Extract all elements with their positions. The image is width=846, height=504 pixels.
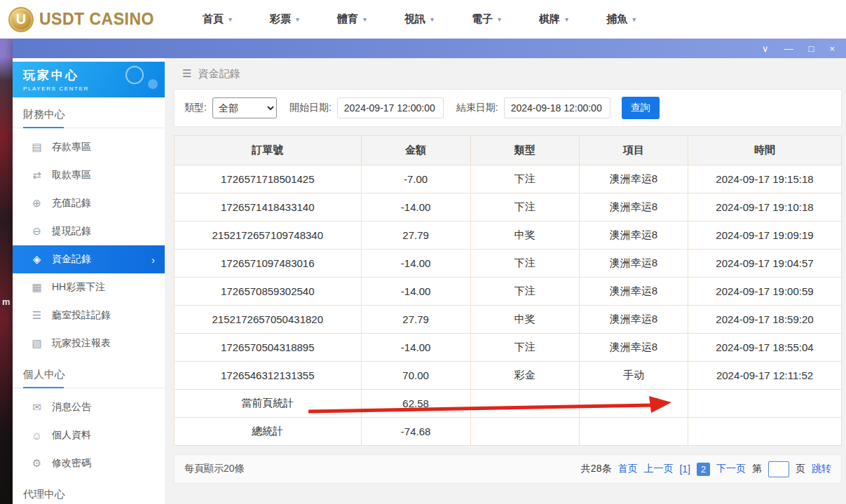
column-header-order: 訂單號: [175, 136, 362, 165]
chevron-down-icon: ▾: [228, 15, 232, 23]
cell-time: 2024-09-17 18:59:20: [688, 306, 842, 334]
sidebar-item-label: 資金記錄: [52, 253, 91, 266]
cell-project: 澳洲幸运8: [579, 334, 688, 362]
sidebar-item-lottery-bet[interactable]: ▦ HH彩票下注: [13, 273, 165, 301]
window-close-icon[interactable]: ×: [829, 44, 835, 53]
background-photo-letter: m: [2, 297, 11, 307]
sidebar-item-change-password[interactable]: ⚙ 修改密碼: [13, 449, 165, 477]
window-collapse-icon[interactable]: ∨: [762, 44, 769, 53]
cell-amount: -14.00: [361, 193, 470, 222]
search-button[interactable]: 查詢: [622, 97, 660, 119]
end-date-input[interactable]: [504, 97, 610, 118]
table-row: 1726570859302540 -14.00 下注 澳洲幸运8 2024-09…: [175, 278, 842, 306]
chevron-down-icon: ▾: [498, 15, 501, 23]
cell-amount: -7.00: [361, 165, 470, 193]
cell-order-no: 1726570504318895: [175, 334, 362, 362]
jump-page-input[interactable]: [768, 461, 789, 477]
hall-bet-record-icon: ☰: [31, 309, 43, 322]
logo-coin-icon: U: [8, 7, 34, 32]
cell-type: 下注: [470, 193, 579, 222]
sidebar: 玩家中心 PLAYERS CENTER 財務中心 ▤ 存款專區 ⇄ 取款專區 ⊕…: [13, 58, 165, 504]
sidebar-item-label: 取款專區: [52, 169, 91, 182]
column-header-time: 時間: [688, 136, 842, 165]
table-row: 1726571097483016 -14.00 下注 澳洲幸运8 2024-09…: [175, 250, 842, 278]
prev-page-link[interactable]: 上一页: [643, 463, 673, 475]
first-page-link[interactable]: 首页: [618, 463, 637, 475]
nav-item[interactable]: 體育 ▾: [318, 0, 386, 39]
sidebar-item-profile[interactable]: ☺ 個人資料: [13, 421, 165, 449]
sidebar-item-hall-bet-record[interactable]: ☰ 廳室投註記錄: [13, 301, 165, 329]
cell-type: 中奖: [470, 306, 579, 334]
cell-amount: -14.00: [361, 250, 470, 278]
table-row: 1726571718501425 -7.00 下注 澳洲幸运8 2024-09-…: [175, 165, 842, 193]
deposit-icon: ▤: [31, 141, 43, 154]
decor-ball-icon: [148, 79, 158, 89]
logo[interactable]: U USDT CASINO: [8, 7, 154, 32]
nav-item[interactable]: 棋牌 ▾: [520, 0, 587, 39]
table-header-row: 訂單號 金額 類型 項目 時間: [175, 136, 842, 165]
cell-type: 下注: [470, 334, 579, 362]
empty-cell: [579, 418, 688, 446]
window-maximize-icon[interactable]: □: [809, 44, 814, 53]
nav-item[interactable]: 彩票 ▾: [251, 0, 318, 39]
cashout-record-icon: ⊖: [31, 225, 43, 238]
page-title: 資金記錄: [198, 67, 240, 81]
cell-order-no: 2152172657050431820: [175, 306, 362, 334]
nav-item[interactable]: 捕魚 ▾: [587, 0, 655, 39]
table-row: 1726546312131355 70.00 彩金 手动 2024-09-17 …: [175, 362, 842, 390]
cell-project: 手动: [579, 362, 688, 390]
sidebar-item-deposit[interactable]: ▤ 存款專區: [13, 133, 165, 161]
filter-panel: 類型: 全部 開始日期: 結束日期: 查詢: [174, 89, 842, 127]
page-size-text: 每頁顯示20條: [184, 463, 245, 475]
player-report-icon: ▧: [31, 337, 43, 350]
empty-cell: [688, 418, 842, 446]
sidebar-item-player-report[interactable]: ▧ 玩家投注報表: [13, 329, 165, 357]
empty-cell: [579, 390, 688, 418]
sidebar-item-funds-record[interactable]: ◈ 資金記錄 ›: [13, 245, 165, 273]
sidebar-item-label: HH彩票下注: [52, 281, 105, 294]
cell-order-no: 1726571718501425: [175, 165, 362, 193]
breadcrumb: ☰ 資金記錄: [174, 58, 842, 89]
window-minimize-icon[interactable]: —: [784, 44, 793, 53]
type-label: 類型:: [184, 102, 207, 114]
cell-type: 下注: [470, 250, 579, 278]
nav-item[interactable]: 視訊 ▾: [386, 0, 453, 39]
cell-project: 澳洲幸运8: [579, 278, 688, 306]
cell-project: 澳洲幸运8: [579, 193, 688, 222]
page-1-link[interactable]: [1]: [679, 463, 690, 475]
sidebar-item-cashout-record[interactable]: ⊖ 提現記錄: [13, 217, 165, 245]
next-page-link[interactable]: 下一页: [716, 463, 746, 475]
cell-type: 彩金: [470, 362, 579, 390]
lottery-bet-icon: ▦: [31, 281, 43, 294]
sidebar-item-recharge-record[interactable]: ⊕ 充值記錄: [13, 189, 165, 217]
cell-time: 2024-09-17 19:09:19: [688, 222, 842, 250]
jump-button[interactable]: 跳转: [812, 463, 831, 475]
empty-cell: [470, 418, 579, 446]
decor-ball-icon: [125, 66, 144, 84]
cell-amount: -14.00: [361, 278, 470, 306]
end-date-label: 結束日期:: [456, 102, 498, 114]
announcement-icon: ✉: [31, 401, 43, 414]
window-titlebar: ∨ — □ ×: [13, 39, 846, 58]
sidebar-item-announcement[interactable]: ✉ 消息公告: [13, 393, 165, 421]
background-photo: m: [0, 39, 13, 504]
type-select[interactable]: 全部: [212, 97, 277, 118]
summary-row-current-page: 當前頁統計 62.58: [175, 390, 842, 418]
cell-time: 2024-09-17 19:04:57: [688, 250, 842, 278]
funds-table-panel: 訂單號 金額 類型 項目 時間 1726571718501425 -7.00 下…: [174, 135, 842, 446]
summary-label: 當前頁統計: [175, 390, 362, 418]
nav-item[interactable]: 電子 ▾: [453, 0, 520, 39]
funds-record-icon: ◈: [31, 253, 43, 266]
sidebar-item-label: 修改密碼: [52, 457, 91, 470]
chevron-down-icon: ▾: [363, 15, 367, 23]
table-footer: 每頁顯示20條 共28条 首页 上一页 [1] 2 下一页 第 页 跳转: [174, 454, 842, 484]
sidebar-item-withdraw[interactable]: ⇄ 取款專區: [13, 161, 165, 189]
nav-item[interactable]: 首頁 ▾: [184, 0, 251, 39]
pagination: 共28条 首页 上一页 [1] 2 下一页 第 页 跳转: [581, 461, 831, 477]
hamburger-icon[interactable]: ☰: [182, 67, 191, 80]
summary-amount: -74.68: [361, 418, 470, 446]
cell-amount: -14.00: [361, 334, 470, 362]
empty-cell: [470, 390, 579, 418]
start-date-input[interactable]: [337, 97, 444, 118]
chevron-down-icon: ▾: [430, 15, 434, 23]
